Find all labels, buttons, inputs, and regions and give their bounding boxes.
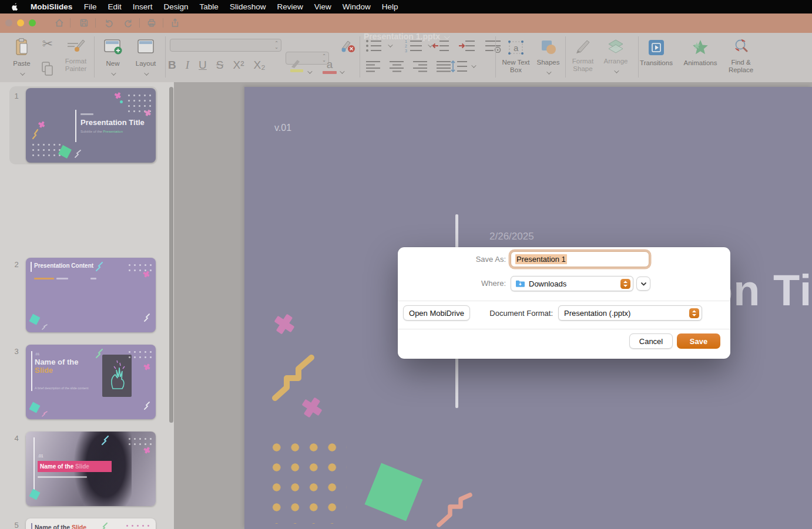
decrease-indent-button[interactable] <box>432 39 450 53</box>
open-mobidrive-button[interactable]: Open MobiDrive <box>403 305 470 321</box>
slide-thumbnail-5[interactable]: Name of the Slide Subtitle of the slide <box>26 518 156 529</box>
menu-view[interactable]: View <box>314 2 331 11</box>
format-shape-icon <box>573 39 593 55</box>
close-window-button[interactable] <box>5 19 12 26</box>
align-center-button[interactable] <box>389 60 404 73</box>
zoom-window-button[interactable] <box>29 19 36 26</box>
menu-help[interactable]: Help <box>382 2 398 11</box>
cut-button[interactable]: ✂ <box>38 36 58 56</box>
home-icon[interactable] <box>54 18 65 28</box>
print-icon[interactable] <box>146 18 157 28</box>
bullet-list-button[interactable] <box>365 39 383 53</box>
numbered-list-button[interactable]: 123 <box>404 39 423 53</box>
animations-icon <box>691 39 710 56</box>
where-stepper-icon <box>620 279 630 289</box>
save-as-dialog: Save As: Presentation 1 Where: Downloads… <box>398 247 730 359</box>
slide-version-text: v.01 <box>274 123 291 133</box>
filename-selected-text: Presentation 1 <box>515 254 567 264</box>
menu-app-name[interactable]: MobiSlides <box>31 2 72 11</box>
thumb1-subtitle: Subtitle of the Presentation <box>80 130 123 133</box>
redo-icon[interactable] <box>123 18 133 28</box>
svg-text:a: a <box>514 43 519 53</box>
slide-thumbnail-4[interactable]: .01 Name of the Slide <box>26 432 156 506</box>
format-shape-button[interactable]: FormatShape <box>568 39 598 73</box>
transitions-button[interactable]: Transitions <box>638 39 675 67</box>
thumb4-title-banner: Name of the Slide <box>38 461 112 472</box>
menu-review[interactable]: Review <box>277 2 303 11</box>
bullet-list-chevron-icon[interactable] <box>388 42 392 47</box>
chevron-down-icon <box>640 280 647 288</box>
copy-button[interactable] <box>41 61 55 76</box>
save-button[interactable]: Save <box>677 333 720 349</box>
decor-squiggle-salmon <box>436 492 474 528</box>
align-justify-button[interactable] <box>436 60 451 73</box>
menu-slideshow[interactable]: Slideshow <box>230 2 266 11</box>
clear-formatting-button[interactable] <box>340 38 356 53</box>
expand-dialog-button[interactable] <box>636 277 650 291</box>
filename-input[interactable]: Presentation 1 <box>511 251 649 267</box>
downloads-folder-icon <box>515 279 525 288</box>
font-color-chevron-icon[interactable] <box>340 69 344 73</box>
layout-button[interactable]: Layout <box>130 39 161 72</box>
thumb5-title: Name of the Slide <box>35 524 86 529</box>
new-text-box-button[interactable]: a New TextBox <box>499 39 532 74</box>
arrange-button[interactable]: Arrange <box>600 39 631 70</box>
find-replace-button[interactable]: Find &Replace <box>724 39 758 74</box>
new-slide-button[interactable]: New <box>99 39 127 72</box>
underline-button[interactable]: U <box>199 59 207 72</box>
line-spacing-chevron-icon[interactable] <box>471 63 476 68</box>
thumb1-title: Presentation Title <box>80 118 145 127</box>
format-painter-button[interactable]: FormatPainter <box>59 38 93 73</box>
document-format-label: Document Format: <box>462 309 553 318</box>
share-icon[interactable] <box>170 18 180 28</box>
thumb2-title: Presentation Content <box>34 262 93 269</box>
highlight-color-button[interactable] <box>288 58 304 74</box>
align-left-button[interactable] <box>365 60 381 73</box>
highlight-chevron-icon[interactable] <box>307 69 312 73</box>
italic-button[interactable]: I <box>186 59 189 72</box>
where-select[interactable]: Downloads <box>511 276 633 291</box>
titlebar-separator <box>163 18 163 28</box>
font-color-button[interactable]: a <box>323 60 337 74</box>
new-chevron-icon <box>111 71 116 76</box>
menu-edit[interactable]: Edit <box>108 2 122 11</box>
menu-insert[interactable]: Insert <box>133 2 153 11</box>
slide-thumbnail-3[interactable]: .01 Name of theSlide A brief description… <box>26 345 156 419</box>
slide-thumbnail-2[interactable]: Presentation Content <box>26 258 156 332</box>
format-stepper-icon <box>689 308 699 318</box>
thumb3-image <box>102 355 132 397</box>
decor-dot-grid <box>264 434 347 524</box>
slide-thumbnail-1[interactable]: Presentation Title Subtitle of the Prese… <box>26 88 156 163</box>
undo-icon[interactable] <box>104 18 115 28</box>
format-painter-icon <box>65 38 86 55</box>
menu-window[interactable]: Window <box>343 2 371 11</box>
minimize-window-button[interactable] <box>17 19 24 26</box>
align-right-button[interactable] <box>412 60 428 73</box>
line-spacing-button[interactable] <box>450 60 468 73</box>
slides-panel-scrollbar[interactable] <box>169 87 173 423</box>
apple-menu-icon[interactable] <box>11 2 19 12</box>
arrange-chevron-icon <box>614 69 619 73</box>
paste-button[interactable]: Paste <box>8 38 35 72</box>
increase-indent-button[interactable] <box>458 39 476 53</box>
superscript-button[interactable]: X² <box>233 59 244 72</box>
dialog-divider <box>398 329 730 329</box>
titlebar-separator <box>95 18 96 28</box>
shapes-button[interactable]: Shapes <box>535 39 562 71</box>
slide-number: 2 <box>12 260 21 269</box>
save-as-label: Save As: <box>421 255 506 264</box>
dialog-divider <box>398 301 730 301</box>
svg-text:3: 3 <box>405 49 407 53</box>
menu-file[interactable]: File <box>84 2 97 11</box>
bold-button[interactable]: B <box>168 59 176 72</box>
animations-button[interactable]: Animations <box>680 39 720 67</box>
save-icon[interactable] <box>79 18 89 28</box>
subscript-button[interactable]: X₂ <box>253 59 265 72</box>
cancel-button[interactable]: Cancel <box>629 333 673 349</box>
menu-table[interactable]: Table <box>200 2 219 11</box>
document-format-select[interactable]: Presentation (.pptx) <box>558 305 702 321</box>
where-label: Where: <box>421 279 506 288</box>
strikethrough-button[interactable]: S <box>216 59 224 72</box>
font-name-select[interactable]: ⌃⌄ <box>170 39 281 52</box>
menu-design[interactable]: Design <box>164 2 189 11</box>
